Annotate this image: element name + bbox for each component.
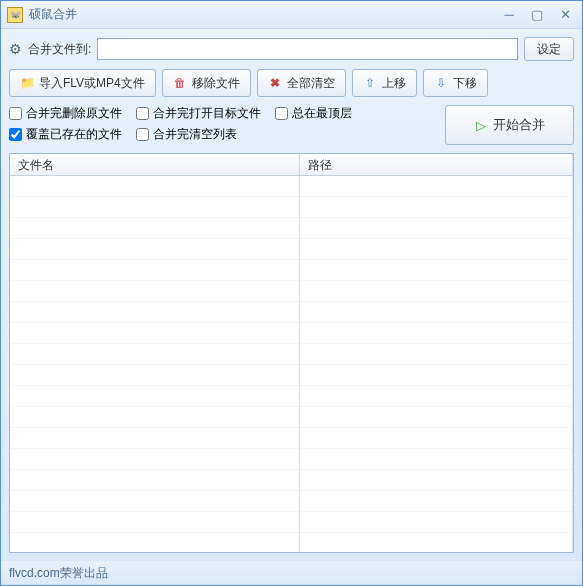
gear-icon: ⚙	[9, 41, 22, 57]
move-up-button[interactable]: ⇧ 上移	[352, 69, 417, 97]
remove-button[interactable]: 🗑 移除文件	[162, 69, 251, 97]
move-down-button[interactable]: ⇩ 下移	[423, 69, 488, 97]
merge-to-input[interactable]	[97, 38, 518, 60]
file-list: 文件名 路径	[9, 153, 574, 553]
window-title: 硕鼠合并	[29, 6, 77, 23]
remove-icon: 🗑	[173, 76, 187, 90]
list-body[interactable]	[10, 176, 573, 552]
footer-text: flvcd.com荣誉出品	[1, 561, 582, 585]
maximize-button[interactable]: ▢	[526, 6, 548, 24]
merge-to-label: 合并文件到:	[28, 41, 91, 58]
overwrite-checkbox[interactable]: 覆盖已存在的文件	[9, 126, 122, 143]
app-window: 🐭 硕鼠合并 ─ ▢ ✕ ⚙ 合并文件到: 设定 📁 导入FLV或MP4文件 🗑…	[0, 0, 583, 586]
clear-button[interactable]: ✖ 全部清空	[257, 69, 346, 97]
arrow-down-icon: ⇩	[434, 76, 448, 90]
import-button[interactable]: 📁 导入FLV或MP4文件	[9, 69, 156, 97]
always-on-top-checkbox[interactable]: 总在最顶层	[275, 105, 352, 122]
list-header: 文件名 路径	[10, 154, 573, 176]
close-button[interactable]: ✕	[554, 6, 576, 24]
app-icon: 🐭	[7, 7, 23, 23]
settings-button[interactable]: 设定	[524, 37, 574, 61]
clear-icon: ✖	[268, 76, 282, 90]
options-row: 合并完删除原文件 合并完打开目标文件 总在最顶层 覆盖已存在的文件 合并完清空列…	[9, 105, 574, 145]
options-group: 合并完删除原文件 合并完打开目标文件 总在最顶层 覆盖已存在的文件 合并完清空列…	[9, 105, 352, 143]
content-area: ⚙ 合并文件到: 设定 📁 导入FLV或MP4文件 🗑 移除文件 ✖ 全部清空 …	[1, 29, 582, 561]
minimize-button[interactable]: ─	[498, 6, 520, 24]
folder-icon: 📁	[20, 76, 34, 90]
delete-source-checkbox[interactable]: 合并完删除原文件	[9, 105, 122, 122]
window-controls: ─ ▢ ✕	[498, 6, 576, 24]
column-path[interactable]: 路径	[300, 154, 573, 175]
merge-to-row: ⚙ 合并文件到: 设定	[9, 37, 574, 61]
open-target-checkbox[interactable]: 合并完打开目标文件	[136, 105, 261, 122]
play-icon: ▷	[474, 118, 488, 132]
column-filename[interactable]: 文件名	[10, 154, 300, 175]
clear-list-checkbox[interactable]: 合并完清空列表	[136, 126, 237, 143]
toolbar: 📁 导入FLV或MP4文件 🗑 移除文件 ✖ 全部清空 ⇧ 上移 ⇩ 下移	[9, 69, 574, 97]
arrow-up-icon: ⇧	[363, 76, 377, 90]
start-merge-button[interactable]: ▷ 开始合并	[445, 105, 574, 145]
titlebar: 🐭 硕鼠合并 ─ ▢ ✕	[1, 1, 582, 29]
